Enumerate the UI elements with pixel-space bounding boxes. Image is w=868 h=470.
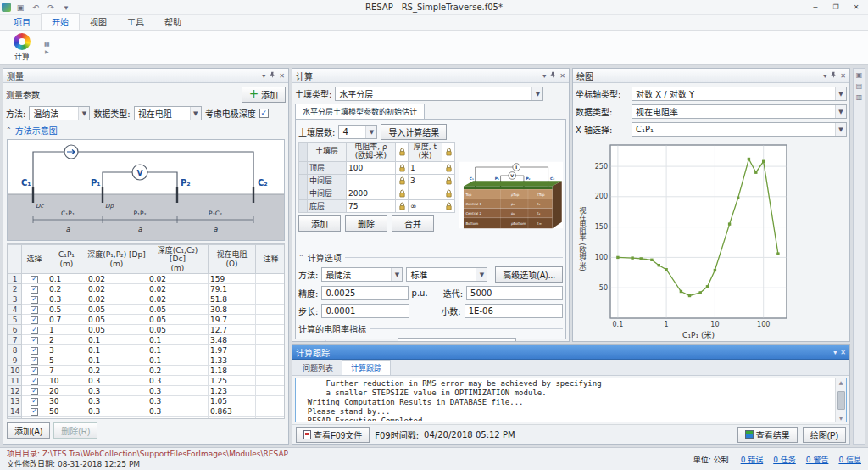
row-select-checkbox[interactable]: ✓ xyxy=(31,398,38,406)
x-axis-select[interactable]: C₁P₁ ▼ xyxy=(632,122,847,137)
ribbon-tab-3[interactable]: 工具 xyxy=(117,14,154,30)
soil-layers-select[interactable]: 4 ▼ xyxy=(338,125,377,139)
row-select-checkbox[interactable]: ✓ xyxy=(31,418,38,419)
panel-pin-icon[interactable] xyxy=(549,71,556,80)
axis-type-select[interactable]: 对数 X / 对数 Y ▼ xyxy=(632,87,847,101)
measurement-row[interactable]: 1✓0.10.020.02159 xyxy=(8,274,286,284)
row-select-checkbox[interactable]: ✓ xyxy=(31,296,38,304)
panel-pin-icon[interactable] xyxy=(830,71,837,80)
measurement-row[interactable]: 10✓70.20.21.18 xyxy=(8,366,286,376)
ribbon-tab-2[interactable]: 视图 xyxy=(80,14,117,30)
soil-add-button[interactable]: 添加 xyxy=(298,215,341,232)
soil-model-tab[interactable]: 水平分层土壤模型参数的初始估计 xyxy=(295,104,425,119)
panel-menu-icon[interactable]: ▾ xyxy=(542,72,546,80)
measurement-row[interactable]: 14✓500.30.30.863 xyxy=(8,406,286,417)
panel-menu-icon[interactable]: ▾ xyxy=(823,72,826,80)
electrode-depth-checkbox[interactable]: ✓ xyxy=(259,109,269,118)
ribbon-tab-4[interactable]: 帮助 xyxy=(154,14,192,30)
row-select-checkbox[interactable]: ✓ xyxy=(31,347,38,355)
row-select-checkbox[interactable]: ✓ xyxy=(31,276,38,283)
panel-pin-icon[interactable] xyxy=(269,71,275,80)
dock-grid-icon[interactable]: ▤ xyxy=(856,82,863,90)
tab-computation-trace[interactable]: 计算跟踪 xyxy=(342,360,391,375)
panel-menu-icon[interactable]: ▾ xyxy=(833,349,837,356)
undo-icon[interactable]: ↶ xyxy=(30,3,42,12)
maximize-button[interactable]: ❐ xyxy=(826,1,846,14)
soil-layer-row[interactable]: 底层75∞ xyxy=(299,199,455,212)
panel-menu-icon[interactable]: ▾ xyxy=(262,72,265,80)
row-select-checkbox[interactable]: ✓ xyxy=(31,327,38,334)
advanced-options-button[interactable]: 高级选项(A)... xyxy=(495,266,563,283)
row-select-checkbox[interactable]: ✓ xyxy=(31,316,38,324)
tab-problem-list[interactable]: 问题列表 xyxy=(294,361,342,375)
add-row-button[interactable]: 添加(A) xyxy=(7,422,50,439)
play-icon[interactable]: ▶ xyxy=(44,49,50,54)
step-input[interactable]: 0.0001 xyxy=(321,304,409,318)
status-counter-1[interactable]: 0 任务 xyxy=(773,454,796,465)
delete-row-button[interactable]: 删除(R) xyxy=(53,422,97,439)
measurement-row[interactable]: 4✓0.50.050.0530.8 xyxy=(8,305,286,315)
scroll-down-icon[interactable]: ▼ xyxy=(839,415,843,421)
iterations-input[interactable]: 5000 xyxy=(466,286,563,300)
measurement-row[interactable]: 2✓0.20.020.0279.1 xyxy=(8,284,286,294)
computation-options-header[interactable]: ⌃ 计算选项 xyxy=(298,251,563,264)
measurement-row[interactable]: 5✓0.70.050.0519.7 xyxy=(8,315,286,325)
measurement-row[interactable]: 6✓10.050.0512.7 xyxy=(8,325,286,335)
log-scrollbar[interactable]: ▲ ▼ xyxy=(835,378,846,422)
soil-layer-row[interactable]: 中间层2000 xyxy=(299,187,455,199)
save-icon[interactable]: ▣ xyxy=(14,3,26,12)
lock-icon[interactable] xyxy=(398,189,406,198)
measurement-row[interactable]: 9✓50.10.11.33 xyxy=(8,355,286,366)
compute-button[interactable]: 计算 xyxy=(3,31,41,64)
method-select[interactable]: 温纳法 ▼ xyxy=(29,106,90,120)
soil-layer-row[interactable]: 顶层1001 xyxy=(299,161,455,174)
opt-mode-select[interactable]: 标准 ▼ xyxy=(406,267,487,282)
measurement-row[interactable]: 12✓200.30.31.23 xyxy=(8,386,286,396)
panel-close-icon[interactable]: ✕ xyxy=(840,349,846,356)
row-select-checkbox[interactable]: ✓ xyxy=(31,408,38,416)
status-counter-2[interactable]: 0 警告 xyxy=(806,454,829,465)
minimize-button[interactable]: ─ xyxy=(805,1,826,14)
scroll-up-icon[interactable]: ▲ xyxy=(839,379,843,385)
customize-toolbar-icon[interactable]: ▾ xyxy=(60,3,72,12)
lock-icon[interactable] xyxy=(445,164,453,172)
opt-method-select[interactable]: 最陡法 ▼ xyxy=(321,267,403,282)
lock-icon[interactable] xyxy=(398,176,406,185)
row-select-checkbox[interactable]: ✓ xyxy=(31,357,38,365)
measurement-row[interactable]: 7✓20.10.13.48 xyxy=(8,335,286,345)
panel-close-icon[interactable]: ✕ xyxy=(559,72,565,80)
ribbon-tab-0[interactable]: 项目 xyxy=(3,14,41,30)
lock-icon[interactable] xyxy=(445,148,453,156)
panel-close-icon[interactable]: ✕ xyxy=(279,72,285,80)
lock-icon[interactable] xyxy=(398,148,406,156)
plot-button[interactable]: 绘图(P) xyxy=(803,427,846,443)
add-measurement-button[interactable]: ＋ 添加 xyxy=(242,87,286,103)
accuracy-input[interactable]: 0.0025 xyxy=(321,286,408,300)
measurement-row[interactable]: 13✓300.30.31.05 xyxy=(8,396,286,406)
pause-icon[interactable]: ▮▮ xyxy=(44,42,50,47)
soil-type-select[interactable]: 水平分层 ▼ xyxy=(335,87,543,101)
view-results-button[interactable]: 查看结果 xyxy=(737,427,798,443)
plot-data-type-select[interactable]: 视在电阻率 ▼ xyxy=(632,104,847,119)
soil-delete-button[interactable]: 删除 xyxy=(345,215,387,232)
status-counter-0[interactable]: 0 错误 xyxy=(741,454,764,465)
ribbon-tab-1[interactable]: 开始 xyxy=(41,13,80,30)
measurement-row[interactable]: 11✓100.30.31.25 xyxy=(8,376,286,386)
intervals-input[interactable]: 100 xyxy=(398,338,516,342)
measurement-row[interactable]: 15✓700.30.30.548 xyxy=(8,417,286,419)
row-select-checkbox[interactable]: ✓ xyxy=(31,378,38,385)
measurement-row[interactable]: 3✓0.30.020.0251.8 xyxy=(8,294,286,305)
lock-icon[interactable] xyxy=(398,202,406,210)
plot-chart[interactable]: 0.111010050100150200250C₁P₁ (米) xyxy=(587,138,793,340)
row-select-checkbox[interactable]: ✓ xyxy=(31,367,38,375)
panel-close-icon[interactable]: ✕ xyxy=(840,72,846,80)
redo-icon[interactable]: ↷ xyxy=(45,3,57,12)
data-type-select[interactable]: 视在电阻 ▼ xyxy=(134,106,202,120)
measurement-row[interactable]: 8✓30.10.11.97 xyxy=(8,345,286,355)
soil-layer-row[interactable]: 中间层3 xyxy=(299,174,455,187)
row-select-checkbox[interactable]: ✓ xyxy=(31,337,38,344)
diagram-collapse-header[interactable]: ⌃ 方法示意图 xyxy=(6,124,286,137)
row-select-checkbox[interactable]: ✓ xyxy=(31,388,38,395)
lock-icon[interactable] xyxy=(398,164,406,172)
soil-merge-button[interactable]: 合并 xyxy=(392,215,434,232)
